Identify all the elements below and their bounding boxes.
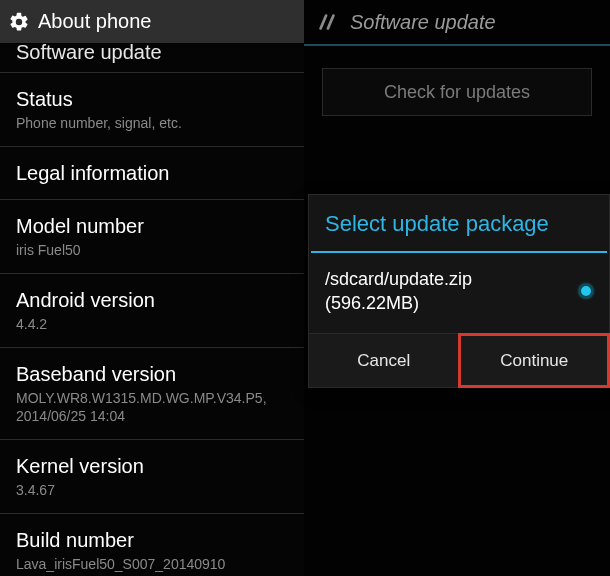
- list-item-subtitle: 4.4.2: [16, 315, 288, 333]
- list-item-subtitle: iris Fuel50: [16, 241, 288, 259]
- cancel-button[interactable]: Cancel: [309, 334, 459, 387]
- list-item-title: Legal information: [16, 161, 288, 185]
- software-update-panel: Software update Check for updates Select…: [304, 0, 610, 576]
- list-item-legal-information[interactable]: Legal information: [0, 147, 304, 199]
- about-phone-panel: About phone Software update Status Phone…: [0, 0, 304, 576]
- list-item-model-number[interactable]: Model number iris Fuel50: [0, 200, 304, 273]
- button-label: Cancel: [357, 351, 410, 371]
- list-item-build-number[interactable]: Build number Lava_irisFuel50_S007_201409…: [0, 514, 304, 576]
- list-item-subtitle: Phone number, signal, etc.: [16, 114, 288, 132]
- list-item-kernel-version[interactable]: Kernel version 3.4.67: [0, 440, 304, 513]
- package-path: /sdcard/update.zip: [325, 267, 472, 291]
- continue-button[interactable]: Continue: [459, 334, 610, 387]
- list-item-title: Software update: [16, 42, 162, 62]
- dialog-option-row[interactable]: /sdcard/update.zip (596.22MB): [309, 253, 609, 333]
- button-label: Continue: [500, 351, 568, 371]
- list-item-title: Android version: [16, 288, 288, 312]
- button-label: Check for updates: [384, 82, 530, 103]
- header-divider: [304, 44, 610, 46]
- list-item-status[interactable]: Status Phone number, signal, etc.: [0, 73, 304, 146]
- list-item-subtitle: Lava_irisFuel50_S007_20140910: [16, 555, 288, 573]
- list-item-baseband-version[interactable]: Baseband version MOLY.WR8.W1315.MD.WG.MP…: [0, 348, 304, 439]
- list-item-subtitle: 3.4.67: [16, 481, 288, 499]
- header-title: Software update: [350, 11, 496, 34]
- software-update-header: Software update: [304, 0, 610, 44]
- list-item-title: Model number: [16, 214, 288, 238]
- header-title: About phone: [38, 10, 151, 33]
- list-item-title: Status: [16, 87, 288, 111]
- about-phone-header: About phone: [0, 0, 304, 44]
- app-icon: [316, 11, 338, 33]
- list-item-android-version[interactable]: Android version 4.4.2: [0, 274, 304, 347]
- list-item-title: Build number: [16, 528, 288, 552]
- list-item-title: Kernel version: [16, 454, 288, 478]
- radio-selected-icon[interactable]: [579, 284, 593, 298]
- dialog-title: Select update package: [309, 195, 609, 251]
- list-item-software-update[interactable]: Software update: [0, 44, 304, 72]
- package-size: (596.22MB): [325, 291, 472, 315]
- package-info: /sdcard/update.zip (596.22MB): [325, 267, 472, 315]
- check-for-updates-button[interactable]: Check for updates: [322, 68, 592, 116]
- list-item-subtitle: MOLY.WR8.W1315.MD.WG.MP.V34.P5, 2014/06/…: [16, 389, 288, 425]
- settings-gear-icon: [8, 11, 30, 33]
- dialog-button-bar: Cancel Continue: [309, 333, 609, 387]
- select-update-package-dialog: Select update package /sdcard/update.zip…: [308, 194, 610, 388]
- list-item-title: Baseband version: [16, 362, 288, 386]
